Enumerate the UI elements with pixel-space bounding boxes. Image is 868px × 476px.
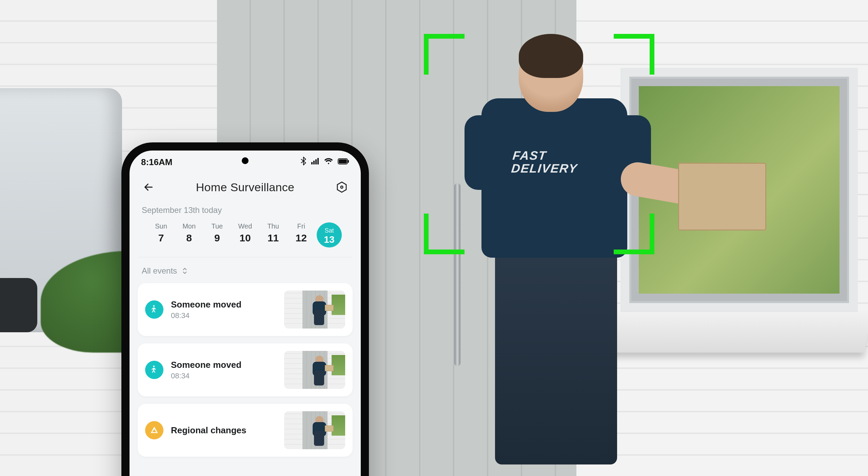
svg-rect-5 xyxy=(339,159,347,163)
svg-rect-6 xyxy=(348,160,349,163)
day-number: 11 xyxy=(268,232,279,244)
arrow-left-icon xyxy=(142,181,155,193)
van-mirror xyxy=(0,278,37,332)
events-filter[interactable]: All events xyxy=(130,257,361,282)
battery-icon xyxy=(338,158,349,166)
back-button[interactable] xyxy=(140,178,157,196)
region-icon xyxy=(145,421,163,439)
shirt-logo: FAST DELIVERY xyxy=(511,149,579,175)
day-of-week-label: Thu xyxy=(267,222,279,230)
event-text: Regional changes xyxy=(171,425,277,436)
event-thumbnail xyxy=(284,351,345,389)
wifi-icon xyxy=(324,158,333,166)
event-text: Someone moved08:34 xyxy=(171,360,277,380)
status-bar: 8:16AM xyxy=(130,151,361,171)
detection-bracket-br xyxy=(614,214,654,254)
shirt-logo-line2: DELIVERY xyxy=(511,162,578,175)
svg-marker-7 xyxy=(337,182,346,192)
day-wed[interactable]: Wed10 xyxy=(233,222,258,247)
day-sat[interactable]: Sat13 xyxy=(317,222,342,247)
day-of-week-label: Sun xyxy=(155,222,167,230)
event-thumbnail xyxy=(284,411,345,449)
day-sun[interactable]: Sun7 xyxy=(149,222,174,247)
day-number: 9 xyxy=(214,232,220,244)
events-list: Someone moved08:34Someone moved08:34Regi… xyxy=(130,282,361,458)
svg-rect-2 xyxy=(315,159,317,164)
chevron-up-down-icon xyxy=(182,267,188,275)
day-number: 8 xyxy=(186,232,192,244)
day-number: 12 xyxy=(296,232,307,244)
event-time: 08:34 xyxy=(171,372,277,380)
window-sill xyxy=(600,312,868,353)
detection-bracket-bl xyxy=(424,214,465,254)
cellular-icon xyxy=(311,158,319,166)
event-card[interactable]: Regional changes xyxy=(138,404,353,457)
delivery-person: FAST DELIVERY xyxy=(441,37,631,464)
motion-icon xyxy=(145,361,163,379)
detection-bracket-tr xyxy=(614,34,654,75)
day-thu[interactable]: Thu11 xyxy=(261,222,286,247)
day-of-week-label: Fri xyxy=(297,222,305,230)
event-thumbnail xyxy=(284,291,345,329)
event-card[interactable]: Someone moved08:34 xyxy=(138,343,353,396)
day-of-week-label: Mon xyxy=(182,222,196,230)
event-time: 08:34 xyxy=(171,311,277,320)
gear-icon xyxy=(336,181,348,193)
event-title: Regional changes xyxy=(171,425,277,436)
phone-frame: 8:16AM Home Surveillance xyxy=(121,142,369,476)
day-mon[interactable]: Mon8 xyxy=(177,222,202,247)
bluetooth-icon xyxy=(300,157,307,167)
event-title: Someone moved xyxy=(171,360,277,370)
event-text: Someone moved08:34 xyxy=(171,299,277,320)
day-of-week-label: Tue xyxy=(211,222,223,230)
app-header: Home Surveillance xyxy=(130,171,361,202)
day-number: 10 xyxy=(239,232,251,244)
svg-rect-0 xyxy=(311,162,313,164)
page-title: Home Surveillance xyxy=(196,181,294,194)
date-header: September 13th today xyxy=(130,202,361,218)
day-picker: Sun7Mon8Tue9Wed10Thu11Fri12Sat13 xyxy=(138,218,352,257)
svg-point-8 xyxy=(341,186,343,189)
event-card[interactable]: Someone moved08:34 xyxy=(138,283,353,336)
day-fri[interactable]: Fri12 xyxy=(289,222,314,247)
svg-rect-3 xyxy=(317,158,319,164)
day-of-week-label: Sat xyxy=(324,227,334,234)
day-number: 13 xyxy=(324,234,334,245)
day-tue[interactable]: Tue9 xyxy=(204,222,230,247)
package-box xyxy=(678,163,766,231)
detection-bracket-tl xyxy=(424,34,465,75)
day-of-week-label: Wed xyxy=(238,222,252,230)
status-time: 8:16AM xyxy=(141,157,172,167)
svg-rect-1 xyxy=(313,161,315,164)
motion-icon xyxy=(145,300,163,319)
day-number: 7 xyxy=(158,232,164,244)
events-filter-label: All events xyxy=(142,266,177,276)
shirt-logo-line1: FAST xyxy=(512,149,579,162)
settings-button[interactable] xyxy=(333,178,351,196)
event-title: Someone moved xyxy=(171,299,277,310)
